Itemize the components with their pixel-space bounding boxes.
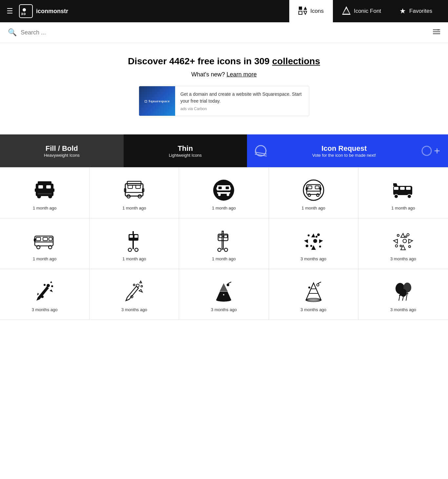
svg-point-74 [135,248,138,251]
icon-timestamp: 1 month ago [391,206,415,210]
category-thin[interactable]: Thin Lightweight Icons [124,134,247,167]
icon-timestamp: 1 month ago [122,206,146,210]
svg-marker-113 [140,281,142,283]
party-fill-icon [33,280,56,303]
svg-point-96 [397,234,399,236]
icon-cell[interactable]: 3 months ago [269,218,358,269]
bus-van-icon [33,230,56,252]
svg-marker-94 [394,239,397,243]
icon-cell[interactable]: 3 months ago [0,269,90,320]
svg-point-102 [405,236,407,237]
icon-timestamp: 1 month ago [212,206,235,210]
svg-point-123 [227,288,229,289]
svg-line-126 [228,282,231,284]
bus-circle-outline-icon [302,179,325,202]
collections-link[interactable]: collections [272,56,320,66]
svg-point-0 [23,8,26,11]
icon-cell[interactable]: 1 month ago [0,168,90,218]
svg-rect-63 [43,237,48,241]
svg-point-50 [308,194,311,196]
svg-rect-18 [38,181,51,186]
svg-point-125 [227,284,229,286]
tab-iconic-font[interactable]: Iconic Font [333,0,390,22]
svg-rect-30 [136,185,140,189]
category-fill-bold[interactable]: Fill / Bold Heavyweight Icons [0,134,124,167]
svg-rect-24 [35,189,37,192]
confetti-outline-icon [392,230,415,252]
svg-point-22 [37,194,41,198]
svg-point-16 [422,146,431,155]
svg-point-97 [409,246,411,248]
svg-point-42 [227,193,229,196]
icon-cell[interactable]: 1 month ago [179,218,269,269]
icon-cell[interactable]: 1 month ago [269,168,358,218]
bus-side-icon [392,179,415,202]
icon-cell[interactable]: 3 months ago [358,218,448,269]
svg-point-12 [438,29,439,30]
svg-point-121 [216,298,231,302]
svg-marker-108 [50,289,53,292]
svg-rect-19 [38,185,43,189]
icon-grid: 1 month ago 1 month ago 1 month [0,167,448,320]
category-icon-request[interactable]: Icon Request Vote for the icon to be mad… [247,134,448,167]
party-outline-icon [123,280,146,303]
iconic-font-icon [342,6,351,16]
svg-rect-62 [36,237,41,241]
icon-cell[interactable]: 3 months ago [90,269,179,320]
svg-point-79 [218,248,221,251]
svg-point-84 [317,233,320,236]
tab-icons[interactable]: Icons [289,0,333,22]
svg-point-23 [48,194,52,198]
svg-point-107 [44,284,46,286]
request-title: Icon Request [321,144,367,153]
favorites-button[interactable]: ★ Favorites [390,0,441,22]
icon-cell[interactable]: 3 months ago [358,269,448,320]
svg-rect-39 [226,187,229,189]
svg-text:xo: xo [21,11,26,16]
icon-timestamp: 3 months ago [211,307,237,312]
logo[interactable]: xo iconmonstr [19,4,68,18]
icons-tab-icon [298,6,307,16]
svg-point-90 [310,245,312,247]
svg-point-114 [141,285,143,287]
svg-marker-83 [304,239,308,243]
svg-point-100 [403,239,407,243]
hero-subtitle-prefix: What's new? [191,71,226,78]
svg-rect-4 [299,11,302,14]
svg-marker-116 [139,289,142,292]
thin-subtitle: Lightweight Icons [169,153,202,158]
request-deco-right: + [421,146,440,156]
hamburger-icon[interactable]: ☰ [7,8,13,15]
svg-point-115 [133,284,135,286]
thin-title: Thin [178,144,193,153]
filter-icon[interactable] [433,29,440,36]
icon-cell[interactable]: 1 month ago [179,168,269,218]
icon-cell[interactable]: 3 months ago [179,269,269,320]
icon-timestamp: 3 months ago [121,307,147,312]
svg-point-73 [128,248,132,251]
learn-more-link[interactable]: Learn more [227,71,257,78]
svg-point-104 [47,284,50,287]
ad-banner[interactable]: ◻ Squarespace Get a domain and create a … [139,86,309,116]
party-hat-icon [212,280,235,303]
svg-line-139 [402,297,403,301]
svg-point-101 [400,245,402,247]
search-bar: 🔍 [0,22,448,43]
svg-point-98 [396,245,398,247]
svg-point-106 [51,285,53,287]
svg-point-59 [394,194,398,198]
hero-title-prefix: Discover 4462+ free icons in 309 [128,56,272,66]
svg-rect-20 [46,185,51,189]
svg-point-109 [41,295,44,298]
icon-cell[interactable]: 1 month ago [90,168,179,218]
navbar: ☰ xo iconmonstr Icons [0,0,448,22]
confetti-fill-icon [302,230,325,252]
icon-cell[interactable]: 1 month ago [90,218,179,269]
icon-cell[interactable]: 1 month ago [0,218,90,269]
icon-cell[interactable]: 3 months ago [269,269,358,320]
bus-outline-icon [123,179,146,202]
icon-cell[interactable]: 1 month ago [358,168,448,218]
svg-rect-38 [218,187,222,189]
iconic-font-label: Iconic Font [354,8,381,14]
search-input[interactable] [21,29,429,36]
